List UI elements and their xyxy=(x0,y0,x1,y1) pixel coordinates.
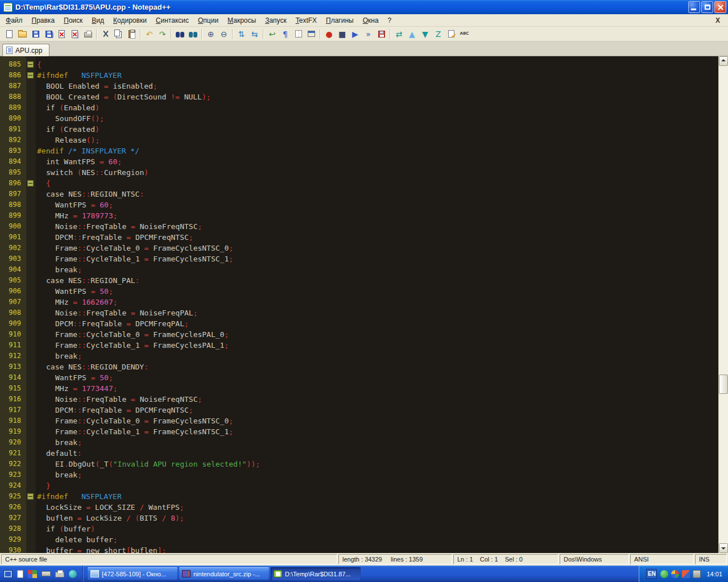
fold-collapse-button[interactable] xyxy=(27,72,34,78)
code-area[interactable]: 885{886#ifndef NSFPLAYER887BOOL Enabled … xyxy=(0,56,718,553)
code-line-897[interactable]: 897case NES::REGION_NTSC: xyxy=(0,189,718,199)
code-line-899[interactable]: 899MHz = 1789773; xyxy=(0,210,718,221)
menu-file[interactable]: Файл xyxy=(1,15,27,26)
code-line-902[interactable]: 902Frame::CycleTable_0 = FrameCyclesNTSC… xyxy=(0,243,718,253)
code-line-918[interactable]: 918Frame::CycleTable_0 = FrameCyclesNTSC… xyxy=(0,415,718,426)
taskbar-clock[interactable]: 14:01 xyxy=(706,571,722,577)
close-all-button[interactable] xyxy=(68,28,81,40)
menu-search[interactable]: Поиск xyxy=(59,15,87,26)
code-line-922[interactable]: 922EI.DbgOut(_T("Invalid APU region sele… xyxy=(0,459,718,469)
code-line-921[interactable]: 921default: xyxy=(0,448,718,459)
user-defined-dialog-button[interactable] xyxy=(305,28,318,40)
code-line-890[interactable]: 890SoundOFF(); xyxy=(0,113,718,124)
code-line-886[interactable]: 886#ifndef NSFPLAYER xyxy=(0,70,718,81)
code-line-892[interactable]: 892Release(); xyxy=(0,135,718,146)
code-line-929[interactable]: 929delete buffer; xyxy=(0,534,718,545)
code-line-889[interactable]: 889if (Enabled) xyxy=(0,102,718,113)
fold-collapse-button[interactable] xyxy=(27,61,34,68)
quicklaunch-icon-4[interactable] xyxy=(42,571,51,576)
quicklaunch-icon-1[interactable] xyxy=(3,570,13,578)
copy-button[interactable] xyxy=(112,28,125,40)
macro-run-multiple-button[interactable]: » xyxy=(362,28,375,40)
scroll-down-button[interactable] xyxy=(719,543,728,553)
replace-button[interactable] xyxy=(187,28,200,40)
code-line-903[interactable]: 903Frame::CycleTable_1 = FrameCyclesNTSC… xyxy=(0,253,718,264)
close-document-x-button[interactable]: X xyxy=(709,16,727,24)
code-line-887[interactable]: 887BOOL Enabled = isEnabled; xyxy=(0,81,718,92)
word-wrap-button[interactable]: ↩ xyxy=(266,28,279,40)
tray-icon-4[interactable] xyxy=(693,570,701,578)
menu-plugins[interactable]: Плагины xyxy=(321,15,358,26)
spell-check-button[interactable]: ABC xyxy=(458,28,471,40)
code-line-927[interactable]: 927buflen = LockSize / (BITS / 8); xyxy=(0,513,718,523)
menu-run[interactable]: Запуск xyxy=(260,15,291,26)
close-button[interactable] xyxy=(714,1,726,13)
code-line-894[interactable]: 894int WantFPS = 60; xyxy=(0,156,718,167)
macro-record-button[interactable]: ● xyxy=(322,28,336,40)
quicklaunch-icon-6[interactable] xyxy=(69,570,77,578)
menu-view[interactable]: Вид xyxy=(87,15,109,26)
quicklaunch-icon-3[interactable] xyxy=(28,570,37,578)
plugin-button-1[interactable]: ⇄ xyxy=(392,28,406,40)
scrollbar-thumb[interactable] xyxy=(719,375,728,394)
code-line-898[interactable]: 898WantFPS = 60; xyxy=(0,199,718,210)
quicklaunch-icon-5[interactable] xyxy=(55,572,64,577)
code-line-905[interactable]: 905case NES::REGION_PAL: xyxy=(0,275,718,286)
open-file-button[interactable] xyxy=(16,28,29,40)
zoom-in-button[interactable]: ⊕ xyxy=(204,28,217,40)
redo-button[interactable]: ↷ xyxy=(156,28,169,40)
zoom-out-button[interactable]: ⊖ xyxy=(217,28,230,40)
title-bar[interactable]: D:\Temp\Rar$DI31.875\APU.cpp - Notepad++ xyxy=(0,0,728,14)
find-button[interactable] xyxy=(173,28,187,40)
menu-textfx[interactable]: TextFX xyxy=(291,15,321,26)
print-button[interactable] xyxy=(81,28,94,40)
menu-macro[interactable]: Макросы xyxy=(223,15,260,26)
macro-stop-button[interactable]: ■ xyxy=(336,28,349,40)
code-line-895[interactable]: 895switch (NES::CurRegion) xyxy=(0,167,718,178)
task-nintendulator-src-zip[interactable]: nintendulator_src.zip -... xyxy=(179,567,269,580)
code-line-924[interactable]: 924} xyxy=(0,480,718,491)
code-line-928[interactable]: 928if (buffer) xyxy=(0,523,718,534)
scroll-up-button[interactable] xyxy=(719,56,728,66)
cut-button[interactable] xyxy=(99,28,112,40)
language-indicator[interactable]: EN xyxy=(646,569,657,579)
code-line-907[interactable]: 907MHz = 1662607; xyxy=(0,297,718,307)
code-line-920[interactable]: 920break; xyxy=(0,437,718,448)
close-file-button[interactable] xyxy=(55,28,68,40)
code-line-908[interactable]: 908Noise::FreqTable = NoiseFreqPAL; xyxy=(0,307,718,318)
code-line-891[interactable]: 891if (Created) xyxy=(0,124,718,135)
plugin-button-3[interactable]: ▼ xyxy=(419,28,432,40)
code-line-896[interactable]: 896{ xyxy=(0,178,718,189)
indent-guide-button[interactable] xyxy=(292,28,305,40)
code-line-914[interactable]: 914WantFPS = 50; xyxy=(0,372,718,383)
code-line-912[interactable]: 912break; xyxy=(0,351,718,361)
code-line-885[interactable]: 885{ xyxy=(0,59,718,70)
minimize-button[interactable] xyxy=(688,1,700,13)
code-line-910[interactable]: 910Frame::CycleTable_0 = FrameCyclesPAL_… xyxy=(0,329,718,340)
restore-button[interactable] xyxy=(701,1,713,13)
menu-settings[interactable]: Опции xyxy=(193,15,223,26)
code-line-911[interactable]: 911Frame::CycleTable_1 = FrameCyclesPAL_… xyxy=(0,340,718,351)
tray-icon-3[interactable] xyxy=(682,570,690,578)
tray-icon-2[interactable] xyxy=(671,570,679,578)
paste-button[interactable] xyxy=(125,28,138,40)
plugin-button-2[interactable]: ▲ xyxy=(406,28,419,40)
menu-language[interactable]: Синтаксис xyxy=(151,15,193,26)
code-line-904[interactable]: 904break; xyxy=(0,264,718,275)
new-file-button[interactable] xyxy=(3,28,16,40)
save-file-button[interactable] xyxy=(29,28,42,40)
quicklaunch-icon-2[interactable] xyxy=(17,570,23,578)
plugin-button-4[interactable]: Z xyxy=(432,28,445,40)
undo-button[interactable]: ↶ xyxy=(143,28,156,40)
code-line-893[interactable]: 893#endif /* INSFPLAYER */ xyxy=(0,146,718,156)
code-line-930[interactable]: 930buffer = new short[buflen]; xyxy=(0,545,718,553)
menu-edit[interactable]: Правка xyxy=(27,15,60,26)
sync-horizontal-scrolling-button[interactable]: ⇆ xyxy=(248,28,261,40)
code-line-906[interactable]: 906WantFPS = 50; xyxy=(0,286,718,297)
menu-window[interactable]: Окна xyxy=(358,15,383,26)
menu-encoding[interactable]: Кодировки xyxy=(109,15,151,26)
task-window-472-585-109[interactable]: [472-585-109] - Окно... xyxy=(88,567,177,580)
fold-collapse-button[interactable] xyxy=(27,493,34,500)
tray-icon-1[interactable] xyxy=(660,570,668,578)
code-line-926[interactable]: 926LockSize = LOCK_SIZE / WantFPS; xyxy=(0,502,718,513)
